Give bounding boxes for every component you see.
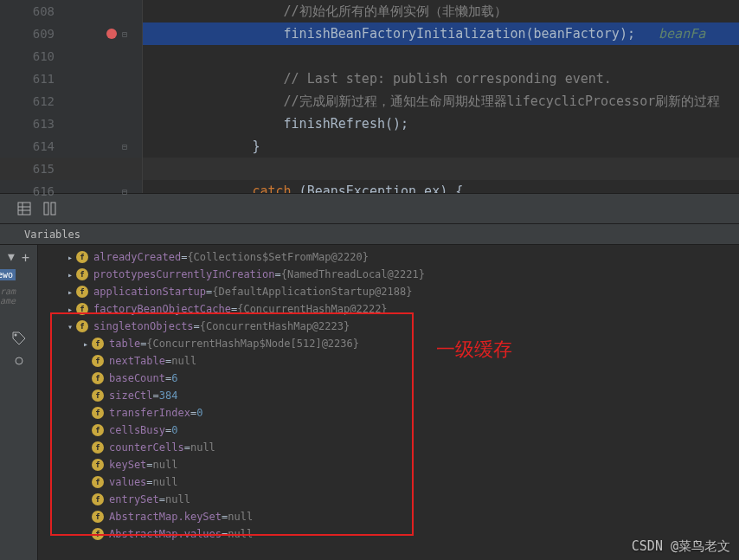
variable-row[interactable]: fcellsBusy = 0 — [38, 422, 739, 439]
variable-value: {ConcurrentHashMap$Node[512]@2236} — [146, 338, 359, 350]
variable-row[interactable]: fAbstractMap.keySet = null — [38, 508, 739, 525]
field-badge-icon: f — [92, 338, 104, 350]
field-badge-icon: f — [92, 355, 104, 367]
variable-value: null — [153, 476, 178, 488]
variable-row[interactable]: ▾fsingletonObjects = {ConcurrentHashMap@… — [38, 318, 739, 335]
variable-row[interactable]: ▸fapplicationStartup = {DefaultApplicati… — [38, 283, 739, 300]
expand-arrow-icon[interactable]: ▸ — [64, 270, 76, 280]
field-badge-icon: f — [92, 424, 104, 436]
field-badge-icon: f — [92, 389, 104, 402]
field-badge-icon: f — [76, 303, 88, 315]
variable-value: null — [171, 355, 196, 367]
variable-value: null — [153, 459, 178, 471]
variable-value: null — [228, 528, 253, 540]
watermark: CSDN @菜鸟老文 — [632, 538, 730, 555]
variable-row[interactable]: fcounterCells = null — [38, 439, 739, 456]
field-badge-icon: f — [92, 493, 104, 505]
field-badge-icon: f — [92, 528, 104, 540]
variable-name: cellsBusy — [109, 424, 165, 436]
field-badge-icon: f — [76, 268, 88, 280]
variable-value: 6 — [171, 372, 177, 384]
variable-row[interactable]: ▸ftable = {ConcurrentHashMap$Node[512]@2… — [38, 335, 739, 352]
svg-point-6 — [14, 334, 16, 337]
variable-value: {ConcurrentHashMap@2222} — [237, 303, 387, 315]
sidebar-dim-text: ramame — [0, 286, 16, 306]
code-line[interactable]: // Last step: publish corresponding even… — [143, 68, 739, 90]
annotation-label: 一级缓存 — [436, 337, 512, 363]
field-badge-icon: f — [92, 459, 104, 471]
variable-name: table — [109, 338, 140, 350]
variable-value: null — [165, 493, 190, 505]
variable-name: applicationStartup — [93, 286, 206, 298]
fold-icon[interactable]: ⊟ — [122, 187, 127, 196]
variable-name: keySet — [109, 459, 146, 471]
variable-row[interactable]: fnextTable = null — [38, 352, 739, 370]
variable-row[interactable]: fkeySet = null — [38, 456, 739, 473]
debug-sidebar: ▼ + ewo ramame — [0, 245, 38, 560]
variable-value: 0 — [171, 424, 177, 436]
code-line[interactable]: //初始化所有的单例实例（非懒加载） — [143, 0, 739, 23]
code-line[interactable] — [143, 158, 739, 180]
variables-label: Variables — [24, 229, 80, 241]
expand-arrow-icon[interactable]: ▸ — [64, 287, 76, 297]
code-line[interactable]: catch (BeansException ex) { — [143, 180, 739, 193]
field-badge-icon: f — [92, 407, 104, 419]
code-line[interactable]: finishRefresh(); — [143, 113, 739, 135]
fold-icon[interactable]: ⊟ — [122, 29, 127, 39]
variable-row[interactable]: fbaseCount = 6 — [38, 370, 739, 387]
variable-row[interactable]: ftransferIndex = 0 — [38, 404, 739, 422]
line-number: 615 — [0, 162, 63, 176]
line-number: 616 — [0, 184, 63, 198]
variable-name: AbstractMap.values — [109, 528, 222, 540]
sidebar-sel-badge: ewo — [0, 269, 16, 280]
variable-row[interactable]: fvalues = null — [38, 473, 739, 491]
variable-name: values — [109, 476, 146, 488]
variables-panel-header: Variables — [0, 224, 739, 245]
variable-name: baseCount — [109, 372, 165, 384]
line-number: 608 — [0, 4, 63, 18]
variable-value: 384 — [159, 389, 178, 402]
field-badge-icon: f — [92, 441, 104, 454]
line-number: 609 — [0, 27, 63, 41]
layout-icon[interactable] — [43, 202, 57, 216]
variable-value: {NamedThreadLocal@2221} — [281, 268, 425, 280]
link-icon[interactable] — [12, 354, 26, 368]
field-badge-icon: f — [76, 320, 88, 332]
field-badge-icon: f — [76, 286, 88, 298]
variable-name: sizeCtl — [109, 389, 153, 402]
breakpoint-icon[interactable] — [106, 29, 117, 39]
expand-arrow-icon[interactable]: ▸ — [64, 305, 76, 314]
variable-row[interactable]: ▸fprototypesCurrentlyInCreation = {Named… — [38, 266, 739, 283]
fold-icon[interactable]: ⊟ — [122, 142, 127, 151]
variable-value: 0 — [196, 407, 202, 419]
code-area[interactable]: //初始化所有的单例实例（非懒加载） finishBeanFactoryInit… — [143, 0, 739, 193]
code-line[interactable]: finishBeanFactoryInitialization(beanFact… — [143, 23, 739, 45]
filter-icon[interactable]: ▼ — [8, 250, 15, 266]
svg-rect-5 — [51, 203, 55, 215]
expand-arrow-icon[interactable]: ▸ — [64, 253, 76, 262]
variable-row[interactable]: fentrySet = null — [38, 491, 739, 508]
code-line[interactable] — [143, 45, 739, 68]
variable-row[interactable]: ▸falreadyCreated = {Collections$SetFromM… — [38, 248, 739, 266]
svg-rect-0 — [18, 203, 30, 215]
expand-arrow-icon[interactable]: ▸ — [80, 339, 92, 349]
variable-name: AbstractMap.keySet — [109, 511, 222, 523]
editor-gutter: 608 609⊟610 611 612 613 614⊟615 616⊟ — [0, 0, 143, 193]
code-line[interactable]: } — [143, 135, 739, 158]
field-badge-icon: f — [92, 476, 104, 488]
expand-arrow-icon[interactable]: ▾ — [64, 322, 76, 331]
add-icon[interactable]: + — [22, 250, 29, 266]
table-view-icon[interactable] — [17, 202, 31, 216]
code-line[interactable]: //完成刷新过程，通知生命周期处理器lifecyclicProcessor刷新的… — [143, 90, 739, 113]
tag-icon[interactable] — [12, 331, 26, 345]
variable-name: prototypesCurrentlyInCreation — [93, 268, 275, 280]
variable-name: transferIndex — [109, 407, 190, 419]
variable-row[interactable]: fsizeCtl = 384 — [38, 387, 739, 404]
field-badge-icon: f — [92, 511, 104, 523]
variables-tree[interactable]: ▸falreadyCreated = {Collections$SetFromM… — [38, 245, 739, 560]
code-editor[interactable]: 608 609⊟610 611 612 613 614⊟615 616⊟ //初… — [0, 0, 739, 193]
variable-value: null — [190, 441, 215, 454]
variable-row[interactable]: ▸ffactoryBeanObjectCache = {ConcurrentHa… — [38, 300, 739, 318]
field-badge-icon: f — [76, 251, 88, 263]
variable-value: null — [228, 511, 253, 523]
